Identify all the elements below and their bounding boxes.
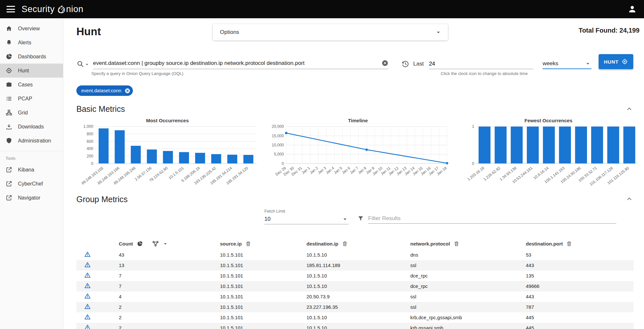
column-header-source-ip[interactable]: source.ip — [220, 241, 242, 247]
cell-source-ip: 10.1.5.101 — [220, 315, 306, 320]
menu-icon[interactable] — [7, 6, 15, 12]
column-header-destination-ip[interactable]: destination.ip — [306, 241, 338, 247]
basic-metrics-collapse-icon[interactable] — [625, 105, 634, 113]
clear-query-icon[interactable] — [382, 60, 388, 67]
cell-source-ip: 10.1.5.101 — [220, 294, 306, 299]
cell-count: 2 — [119, 325, 220, 329]
table-row[interactable]: 1310.1.5.101185.81.114.189ssl443 — [76, 260, 634, 271]
warning-icon[interactable] — [84, 324, 91, 329]
sidebar-tool-navigator[interactable]: Navigator — [0, 191, 63, 205]
graph-icon[interactable] — [152, 240, 159, 247]
cell-network-protocol: dce_rpc — [410, 283, 526, 289]
table-body: 4310.1.5.10110.1.5.10dns531310.1.5.10118… — [76, 250, 634, 329]
sidebar-item-label: PCAP — [18, 96, 32, 102]
cell-network-protocol: ssl — [410, 262, 526, 268]
remove-column-icon[interactable] — [245, 241, 251, 247]
table-row[interactable]: 210.1.5.10123.227.196.35ssl787 — [76, 302, 634, 312]
warning-icon[interactable] — [84, 251, 91, 258]
cell-destination-port: 445 — [526, 315, 634, 320]
sitemap-icon — [6, 109, 12, 116]
table-row[interactable]: 710.1.5.10110.1.5.10dce_rpc49666 — [76, 281, 634, 292]
chart-title: Fewest Occurrences — [457, 118, 639, 123]
warning-icon[interactable] — [84, 303, 91, 310]
sidebar-tool-cyberchef[interactable]: CyberChef — [0, 177, 63, 191]
options-label: Options — [220, 29, 239, 36]
remove-column-icon[interactable] — [566, 241, 572, 247]
table-row[interactable]: 210.1.5.10110.1.5.10krb,dce_rpc,gssapi,s… — [76, 312, 634, 323]
svg-text:400: 400 — [86, 146, 93, 151]
sidebar-item-administration[interactable]: Administration — [0, 134, 63, 148]
column-header-destination-port[interactable]: destination.port — [526, 241, 563, 247]
query-input[interactable] — [93, 60, 382, 67]
svg-text:5,000: 5,000 — [274, 152, 284, 157]
svg-text:1.203.16.18: 1.203.16.18 — [467, 166, 485, 181]
cell-destination-port: 49666 — [526, 283, 634, 289]
column-header-count[interactable]: Count — [119, 241, 133, 247]
query-history-chevron-icon[interactable] — [84, 62, 90, 67]
chart-plot[interactable]: 011.203.16.181.226.62.921.34.93.13910.53… — [457, 124, 639, 193]
external-link-icon — [6, 180, 12, 187]
cell-source-ip: 10.1.5.101 — [220, 304, 306, 310]
filter-chip[interactable]: event.dataset:conn — [76, 85, 133, 96]
sidebar-item-overview[interactable]: Overview — [0, 22, 63, 36]
sidebar-item-label: Hunt — [18, 68, 29, 74]
svg-text:1: 1 — [472, 124, 474, 129]
query-hint: Specify a query in Onion Query Language … — [91, 71, 183, 76]
chart-plot[interactable]: 02004006008001,00089.248.163.15589.248.1… — [76, 124, 259, 193]
query-field-wrap — [93, 58, 388, 69]
table-row[interactable]: 410.1.5.10120.50.73.9ssl443 — [76, 292, 634, 302]
sidebar-item-label: Dashboards — [18, 54, 46, 60]
chart-plot[interactable]: 05,00010,00015,00020,000Dec 29Dec 30Dec … — [267, 124, 449, 193]
sidebar-item-alerts[interactable]: Alerts — [0, 36, 63, 50]
bell-icon — [6, 39, 12, 46]
charts-row: Most Occurrences02004006008001,00089.248… — [76, 118, 639, 193]
duration-input[interactable] — [429, 59, 533, 69]
warning-icon[interactable] — [84, 272, 91, 278]
chevron-down-icon — [435, 29, 442, 36]
column-header-network-protocol[interactable]: network.protocol — [410, 241, 450, 247]
time-hint: Click the clock icon to change to absolu… — [441, 71, 528, 76]
hunt-button-label: HUNT — [604, 59, 619, 65]
filter-results-input[interactable] — [368, 214, 616, 224]
sidebar-item-dashboards[interactable]: Dashboards — [0, 50, 63, 64]
sidebar-tool-label: Navigator — [18, 195, 40, 201]
warning-icon[interactable] — [84, 293, 91, 299]
cell-destination-port: 443 — [526, 294, 634, 299]
sidebar-item-grid[interactable]: Grid — [0, 106, 63, 120]
table-row[interactable]: 710.1.5.10110.1.5.10dce_rpc135 — [76, 271, 634, 281]
chevron-down-icon — [341, 216, 349, 223]
sidebar-item-pcap[interactable]: PCAP — [0, 92, 63, 106]
relative-time-icon[interactable] — [401, 60, 409, 68]
user-avatar-icon[interactable] — [628, 4, 637, 14]
onion-icon — [57, 5, 66, 14]
duration-unit-select[interactable]: weeks — [542, 58, 591, 69]
warning-icon[interactable] — [84, 262, 91, 268]
table-row[interactable]: 210.1.5.10110.1.5.10krb,gssapi,smb445 — [76, 323, 634, 329]
cell-count: 7 — [119, 283, 220, 289]
last-label: Last — [413, 61, 424, 67]
search-icon[interactable] — [76, 60, 84, 68]
remove-column-icon[interactable] — [453, 241, 460, 247]
chart-most-occurrences: Most Occurrences02004006008001,00089.248… — [76, 118, 259, 193]
sidebar-tool-kibana[interactable]: Kibana — [0, 163, 63, 177]
warning-icon[interactable] — [84, 282, 91, 289]
cell-destination-port: 135 — [526, 273, 634, 278]
brand-prefix: Security — [22, 4, 55, 14]
cell-count: 7 — [119, 273, 220, 278]
sidebar-item-downloads[interactable]: Downloads — [0, 120, 63, 134]
options-dropdown[interactable]: Options — [213, 24, 448, 40]
table-row[interactable]: 4310.1.5.10110.1.5.10dns53 — [76, 250, 634, 260]
list-icon — [6, 95, 12, 102]
sidebar-item-hunt[interactable]: Hunt — [0, 64, 63, 78]
hunt-button[interactable]: HUNT — [599, 54, 633, 69]
warning-icon[interactable] — [84, 314, 91, 320]
pie-chart-icon[interactable] — [137, 241, 143, 247]
remove-column-icon[interactable] — [342, 241, 348, 247]
fetch-limit-select[interactable]: Fetch Limit 10 — [264, 209, 349, 224]
cell-destination-ip: 20.50.73.9 — [306, 294, 410, 299]
cell-network-protocol: ssl — [410, 294, 526, 299]
group-metrics-collapse-icon[interactable] — [625, 195, 634, 203]
remove-filter-icon[interactable] — [124, 88, 131, 94]
sidebar-item-cases[interactable]: Cases — [0, 78, 63, 92]
chevron-down-icon[interactable] — [162, 241, 168, 247]
